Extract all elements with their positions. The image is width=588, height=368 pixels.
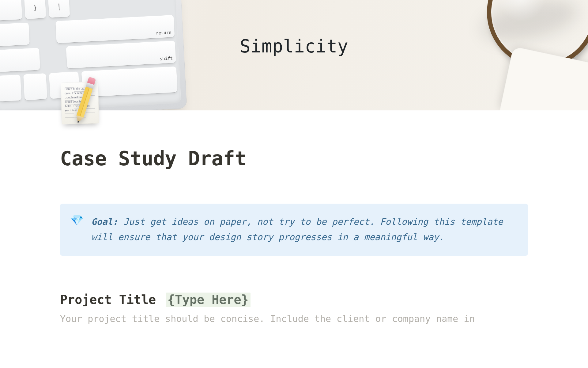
- project-title-input[interactable]: {Type Here}: [166, 293, 251, 307]
- key-caps: [0, 23, 30, 47]
- goal-text: Goal: Just get ideas on paper, not try t…: [91, 214, 514, 245]
- project-title-section: Project Title {Type Here} Your project t…: [60, 293, 528, 324]
- gem-icon: 💎: [70, 215, 83, 225]
- key-shift-left: [0, 48, 40, 72]
- project-title-heading: Project Title: [60, 293, 156, 307]
- goal-label: Goal:: [91, 217, 118, 227]
- page-content: Case Study Draft 💎 Goal: Just get ideas …: [60, 147, 528, 324]
- key-brace: }: [24, 0, 46, 19]
- page-title[interactable]: Case Study Draft: [60, 147, 528, 170]
- key-option: [23, 73, 47, 100]
- key-pipe: |: [48, 0, 70, 18]
- cover-title: Simplicity: [240, 36, 348, 57]
- goal-callout[interactable]: 💎 Goal: Just get ideas on paper, not try…: [60, 204, 528, 256]
- memo-pencil-icon[interactable]: Here's to the crazy ones. The rebels. Th…: [60, 81, 100, 127]
- key-ctrl: [0, 75, 21, 102]
- goal-body: Just get ideas on paper, not try to be p…: [91, 217, 503, 242]
- project-title-help: Your project title should be concise. In…: [60, 313, 528, 324]
- key-tab: [0, 0, 22, 21]
